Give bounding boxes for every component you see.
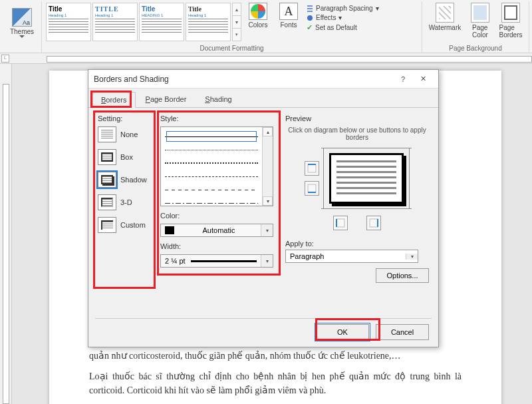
setting-label: Setting: <box>98 114 152 122</box>
gallery-scroller[interactable]: ▲▼▾ <box>232 3 241 41</box>
dialog-title: Borders and Shading <box>94 75 393 84</box>
scroll-down-icon[interactable]: ▾ <box>263 196 273 206</box>
dialog-tabs: Borders Page Border Shading <box>88 89 438 108</box>
svg-rect-5 <box>336 219 344 227</box>
group-label: Page Background <box>422 45 529 52</box>
style-dotted[interactable] <box>165 143 258 156</box>
page-borders-button[interactable]: Page Borders <box>497 3 525 43</box>
horizontal-ruler[interactable] <box>0 53 532 64</box>
style-dotted2[interactable] <box>165 156 258 170</box>
style-listbox[interactable]: ▴▾ <box>160 126 273 206</box>
setting-shadow[interactable]: Shadow <box>98 172 152 188</box>
border-bottom-button[interactable] <box>305 181 319 196</box>
style-tile[interactable]: TitleHEADING 1 <box>139 3 184 41</box>
vertical-ruler[interactable] <box>0 64 12 404</box>
tab-shading[interactable]: Shading <box>196 91 240 107</box>
tab-selector[interactable]: L <box>1 55 9 63</box>
width-preview-icon <box>191 260 257 262</box>
dialog-titlebar[interactable]: Borders and Shading ? ✕ <box>88 70 438 89</box>
setting-box[interactable]: Box <box>98 149 152 165</box>
document-formatting-group: TitleHeading 1 TITLEHeading 1 TitleHEADI… <box>42 1 422 53</box>
border-right-icon <box>369 218 378 228</box>
check-icon: ✔ <box>307 23 313 32</box>
svg-rect-1 <box>308 164 316 172</box>
chevron-down-icon: ▾ <box>261 255 273 267</box>
help-button[interactable]: ? <box>393 71 413 87</box>
color-label: Color: <box>160 212 277 220</box>
style-tile[interactable]: TitleHeading 1 <box>186 3 231 41</box>
ribbon: Themes TitleHeading 1 TITLEHeading 1 Tit… <box>0 0 532 53</box>
setting-none[interactable]: None <box>98 126 152 142</box>
themes-label: Themes <box>10 28 34 35</box>
scrollbar[interactable]: ▴▾ <box>262 127 273 206</box>
style-column: Style: ▴▾ Color: Automatic▾ Width: 2 ¼ p… <box>160 114 277 283</box>
svg-point-0 <box>307 15 313 21</box>
page-borders-icon <box>501 3 520 23</box>
preview-hint: Click on diagram below or use buttons to… <box>285 126 429 141</box>
tab-page-border[interactable]: Page Border <box>137 91 196 107</box>
close-button[interactable]: ✕ <box>413 71 433 87</box>
up-arrow-icon[interactable]: ▲ <box>233 3 241 16</box>
width-combo[interactable]: 2 ¼ pt▾ <box>160 254 273 268</box>
watermark-button[interactable]: Watermark <box>426 3 464 43</box>
style-label: Style: <box>160 114 277 122</box>
box-icon <box>98 149 116 165</box>
border-left-button[interactable] <box>333 216 348 230</box>
color-swatch-icon <box>165 226 174 234</box>
preview-diagram[interactable] <box>323 148 410 209</box>
themes-button[interactable]: Themes <box>7 3 37 43</box>
chevron-down-icon <box>19 35 25 38</box>
watermark-icon <box>436 3 454 23</box>
style-dashed[interactable] <box>165 170 258 183</box>
apply-to-combo[interactable]: Paragraph▾ <box>285 250 418 263</box>
themes-group: Themes <box>3 1 42 53</box>
style-gallery[interactable]: TitleHeading 1 TITLEHeading 1 TitleHEADI… <box>46 3 241 41</box>
spacing-icon <box>307 5 313 12</box>
down-arrow-icon[interactable]: ▼ <box>233 16 241 29</box>
style-tile[interactable]: TITLEHeading 1 <box>92 3 138 41</box>
page-color-button[interactable]: Page Color <box>466 3 494 43</box>
themes-icon <box>12 8 32 27</box>
border-right-button[interactable] <box>366 216 381 230</box>
border-top-icon <box>307 164 317 173</box>
apply-to-label: Apply to: <box>285 240 429 248</box>
scroll-up-icon[interactable]: ▴ <box>263 127 273 136</box>
more-icon[interactable]: ▾ <box>233 29 241 41</box>
preview-column: Preview Click on diagram below or use bu… <box>285 114 429 283</box>
shadow-icon <box>98 172 116 188</box>
style-solid[interactable] <box>165 130 258 143</box>
border-left-icon <box>336 218 345 228</box>
setting-3d[interactable]: 3-D <box>98 194 152 210</box>
options-button[interactable]: Options... <box>376 268 429 283</box>
chevron-down-icon: ▾ <box>406 254 418 260</box>
group-label: Document Formatting <box>42 45 422 52</box>
cancel-button[interactable]: Cancel <box>376 324 429 340</box>
3d-icon <box>98 194 116 210</box>
border-bottom-icon <box>307 184 317 193</box>
setting-custom[interactable]: Custom <box>98 217 152 233</box>
width-label: Width: <box>160 242 277 250</box>
colors-button[interactable]: Colors <box>244 3 272 43</box>
style-dashed-long[interactable] <box>165 183 258 196</box>
setting-column: Setting: None Box Shadow 3-D Custom <box>98 114 152 283</box>
none-icon <box>98 126 116 142</box>
fonts-icon <box>279 3 298 20</box>
style-dashdot[interactable] <box>165 196 258 206</box>
page-color-icon <box>471 3 489 23</box>
borders-shading-dialog: Borders and Shading ? ✕ Borders Page Bor… <box>88 69 439 347</box>
fonts-button[interactable]: Fonts <box>275 3 303 43</box>
border-top-button[interactable] <box>305 161 319 176</box>
paragraph-spacing-button[interactable]: Paragraph Spacing ▾ <box>305 4 380 13</box>
preview-label: Preview <box>285 114 429 122</box>
chevron-down-icon: ▾ <box>261 224 273 236</box>
tab-borders[interactable]: Borders <box>92 92 136 108</box>
effects-button[interactable]: Effects ▾ <box>305 13 380 22</box>
style-tile[interactable]: TitleHeading 1 <box>46 3 91 41</box>
set-default-button[interactable]: ✔Set as Default <box>305 23 380 33</box>
svg-rect-7 <box>370 219 378 227</box>
colors-icon <box>249 3 267 20</box>
custom-icon <box>98 217 116 233</box>
page-background-group: Watermark Page Color Page Borders Page B… <box>422 1 529 53</box>
color-combo[interactable]: Automatic▾ <box>160 224 273 237</box>
ok-button[interactable]: OK <box>316 324 369 340</box>
